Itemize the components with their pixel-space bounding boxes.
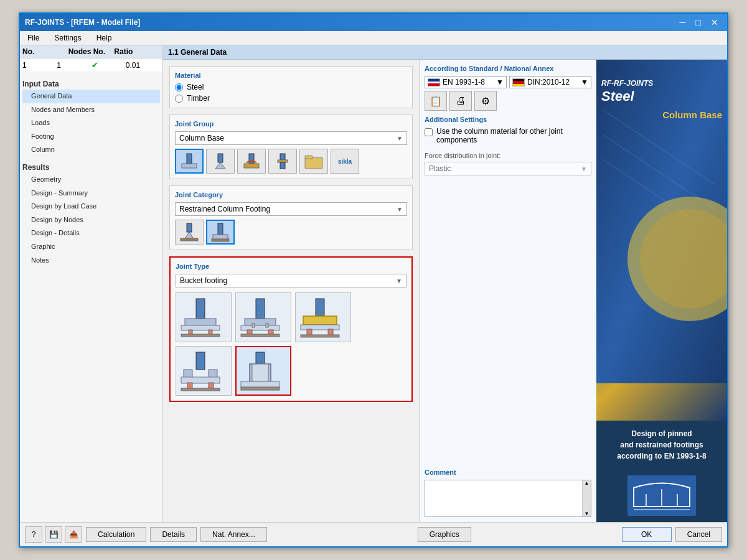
joint-icon-pinned[interactable] bbox=[206, 149, 235, 174]
save-icon-btn[interactable]: 💾 bbox=[45, 526, 62, 543]
sidebar-item-column[interactable]: Column bbox=[22, 143, 160, 157]
svg-rect-30 bbox=[266, 324, 268, 327]
joint-group-value: Column Base bbox=[179, 134, 224, 142]
sidebar-item-design-summary[interactable]: Design - Summary bbox=[22, 187, 160, 200]
sidebar-item-footing[interactable]: Footing bbox=[22, 130, 160, 144]
dropdown-arrow2-icon: ▼ bbox=[397, 206, 403, 213]
row-nodes: 1 bbox=[57, 61, 91, 70]
calculation-button[interactable]: Calculation bbox=[86, 527, 146, 542]
svg-rect-48 bbox=[241, 387, 280, 390]
row-status: ✔ bbox=[92, 60, 126, 70]
tree-section: Input Data General Data Nodes and Member… bbox=[20, 72, 162, 522]
details-button[interactable]: Details bbox=[150, 527, 197, 542]
sidebar-item-geometry[interactable]: Geometry bbox=[22, 173, 160, 187]
joint-group-label: Joint Group bbox=[175, 120, 407, 128]
material-timber-radio[interactable]: Timber bbox=[175, 94, 407, 103]
joint-icon-splice[interactable] bbox=[268, 149, 297, 174]
rs-title-area: RF-RF-JOINTS Steel bbox=[601, 72, 722, 105]
menu-file[interactable]: File bbox=[24, 32, 43, 44]
joint-type-label: Joint Type bbox=[176, 263, 406, 270]
svg-rect-14 bbox=[218, 223, 223, 235]
annex-dropdown[interactable]: DIN:2010-12 ▼ bbox=[509, 76, 591, 88]
joint-category-dropdown[interactable]: Restrained Column Footing ▼ bbox=[175, 202, 407, 216]
comment-label: Comment bbox=[425, 469, 591, 476]
comment-area: ▲ ▼ bbox=[425, 480, 591, 517]
sidebar-item-notes[interactable]: Notes bbox=[22, 254, 160, 268]
de-flag-icon bbox=[512, 78, 525, 86]
joint-icon-folder[interactable] bbox=[299, 149, 328, 174]
joint-group-section: Joint Group Column Base ▼ bbox=[169, 114, 413, 179]
ok-button[interactable]: OK bbox=[622, 527, 672, 542]
sidebar-item-nodes-members[interactable]: Nodes and Members bbox=[22, 103, 160, 117]
sidebar-item-loads[interactable]: Loads bbox=[22, 116, 160, 130]
joint-group-dropdown[interactable]: Column Base ▼ bbox=[175, 131, 407, 145]
close-button[interactable]: ✕ bbox=[707, 17, 722, 27]
joint-type-dropdown[interactable]: Bucket footing ▼ bbox=[176, 274, 406, 287]
column-material-checkbox[interactable] bbox=[425, 128, 433, 136]
category-icon-row bbox=[175, 220, 407, 245]
right-form-column: According to Standard / National Annex E… bbox=[419, 60, 596, 522]
svg-rect-18 bbox=[185, 319, 216, 326]
thumb-5-bucket[interactable] bbox=[235, 346, 291, 396]
sidebar-item-design-details[interactable]: Design - Details bbox=[22, 226, 160, 240]
export-icon-btn[interactable]: 📤 bbox=[65, 526, 82, 543]
std-icon-1[interactable]: 📋 bbox=[425, 91, 447, 111]
category-icon-pinned[interactable] bbox=[175, 220, 204, 245]
material-steel-radio[interactable]: Steel bbox=[175, 83, 407, 91]
table-row[interactable]: 1 1 ✔ 0.01 bbox=[20, 58, 162, 72]
thumb-1[interactable] bbox=[176, 292, 232, 342]
svg-rect-7 bbox=[278, 160, 288, 162]
graphics-button[interactable]: Graphics bbox=[418, 527, 471, 542]
comment-scrollbar[interactable]: ▲ ▼ bbox=[582, 480, 591, 516]
joint-icon-moment[interactable] bbox=[237, 149, 266, 174]
material-timber-input[interactable] bbox=[175, 95, 183, 103]
title-bar: RF-JOINTS - [RFEM - Model File] ─ □ ✕ bbox=[20, 14, 727, 31]
category-icon-restrained[interactable] bbox=[206, 220, 235, 245]
col-no: No. bbox=[22, 47, 68, 56]
column-material-label: Use the column material for other joint … bbox=[436, 127, 591, 144]
joint-icon-base[interactable] bbox=[175, 149, 204, 174]
thumb-3[interactable] bbox=[295, 292, 351, 342]
joint-category-label: Joint Category bbox=[175, 191, 407, 198]
menu-settings[interactable]: Settings bbox=[50, 32, 85, 44]
svg-rect-40 bbox=[181, 377, 220, 383]
std-icon-3[interactable]: ⚙ bbox=[474, 91, 497, 111]
left-panel: No. Nodes No. Ratio 1 1 ✔ 0.01 Input Dat… bbox=[20, 45, 163, 522]
additional-settings-section: Additional Settings Use the column mater… bbox=[425, 116, 591, 144]
nat-annex-button[interactable]: Nat. Annex... bbox=[200, 527, 267, 542]
help-icon-btn[interactable]: ? bbox=[25, 526, 42, 543]
sidebar-item-design-load-case[interactable]: Design by Load Case bbox=[22, 200, 160, 213]
thumb-2[interactable] bbox=[235, 292, 291, 342]
standard-row: EN 1993-1-8 ▼ DIN:2010-12 ▼ bbox=[425, 76, 591, 88]
minimize-button[interactable]: ─ bbox=[676, 17, 690, 27]
main-content: No. Nodes No. Ratio 1 1 ✔ 0.01 Input Dat… bbox=[20, 45, 727, 522]
std-icon-2[interactable]: 🖨 bbox=[449, 91, 472, 111]
material-steel-input[interactable] bbox=[175, 83, 183, 91]
cancel-button[interactable]: Cancel bbox=[675, 527, 722, 542]
svg-rect-29 bbox=[252, 324, 255, 327]
menu-help[interactable]: Help bbox=[93, 32, 116, 44]
sidebar-item-graphic[interactable]: Graphic bbox=[22, 240, 160, 254]
sidebar-item-general-data[interactable]: General Data bbox=[22, 90, 160, 103]
rs-title: RF-RF-JOINTS bbox=[601, 72, 653, 88]
joint-icon-sikla[interactable]: sikla bbox=[331, 149, 359, 174]
thumb-4[interactable] bbox=[176, 346, 232, 396]
column-material-checkbox-row: Use the column material for other joint … bbox=[425, 127, 591, 144]
force-dist-dropdown: Plastic ▼ bbox=[425, 162, 591, 175]
rs-subtitle-area: Column Base bbox=[662, 110, 722, 120]
svg-rect-4 bbox=[249, 154, 254, 164]
force-dist-label: Force distribution in joint: bbox=[425, 152, 591, 159]
maximize-button[interactable]: □ bbox=[692, 17, 705, 27]
comment-section: Comment ▲ ▼ bbox=[425, 469, 591, 517]
comment-textarea[interactable] bbox=[425, 480, 591, 516]
svg-rect-43 bbox=[181, 388, 220, 391]
sidebar-item-design-nodes[interactable]: Design by Nodes bbox=[22, 213, 160, 227]
results-group: Results bbox=[22, 163, 160, 172]
rs-subtitle: Column Base bbox=[662, 110, 722, 120]
standard-section: According to Standard / National Annex E… bbox=[425, 65, 591, 111]
row-no: 1 bbox=[22, 61, 57, 70]
section-header: 1.1 General Data bbox=[163, 45, 727, 60]
standard-dropdown[interactable]: EN 1993-1-8 ▼ bbox=[425, 76, 507, 88]
svg-rect-1 bbox=[182, 164, 197, 168]
svg-rect-44 bbox=[256, 352, 265, 365]
